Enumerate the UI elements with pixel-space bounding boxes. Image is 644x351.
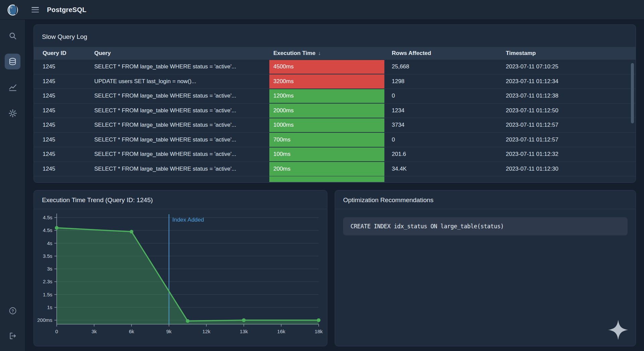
column-header-query-id[interactable]: Query ID: [34, 50, 94, 57]
svg-text:3.5s: 3.5s: [43, 253, 52, 259]
timestamp-cell: 2023-07-11 01:12:50: [506, 107, 636, 114]
execution-time-cell: 1000ms: [269, 118, 392, 133]
recommendations-title: Optimization Recommendations: [335, 190, 636, 209]
query-cell: SELECT * FROM large_table WHERE status =…: [94, 63, 269, 70]
execution-time-cell: 700ms: [269, 132, 392, 147]
execution-time-badge: 1200ms: [269, 89, 384, 103]
execution-time-badge: 1000ms: [269, 118, 384, 132]
execution-time-badge: 2000ms: [269, 104, 384, 118]
execution-time-badge: 700ms: [269, 133, 384, 147]
execution-time-badge: 200ms: [269, 162, 384, 176]
svg-text:12k: 12k: [202, 329, 211, 334]
timestamp-cell: 2023-07-11 01:12:57: [506, 122, 636, 128]
query-id-cell: 1245: [34, 151, 94, 158]
query-id-cell: 1245: [34, 107, 94, 114]
query-cell: SELECT * FROM large_table WHERE status =…: [94, 151, 269, 158]
execution-time-badge: 100ms: [269, 148, 384, 162]
svg-text:200ms: 200ms: [37, 317, 52, 323]
sidebar-item-analytics[interactable]: [5, 79, 20, 95]
table-row[interactable]: 1245SELECT * FROM large_table WHERE stat…: [34, 162, 636, 177]
timestamp-cell: 2023-07-11 01:12:38: [506, 93, 636, 99]
svg-text:18k: 18k: [315, 329, 323, 334]
menu-button[interactable]: [32, 7, 39, 12]
sidebar-item-logout[interactable]: [5, 328, 20, 344]
table-body: 1245SELECT * FROM large_table WHERE stat…: [34, 60, 636, 176]
svg-text:1.5s: 1.5s: [43, 292, 52, 297]
timestamp-cell: 2023-07-11 01:12:30: [506, 166, 636, 172]
svg-text:4s: 4s: [47, 240, 52, 246]
rows-affected-cell: 25,668: [392, 63, 506, 70]
timestamp-cell: 2023-07-11 01:12:34: [506, 78, 636, 85]
query-id-cell: 1245: [34, 136, 94, 143]
sort-descending-icon[interactable]: ↓: [318, 50, 321, 56]
postgresql-logo-icon[interactable]: [6, 3, 19, 16]
execution-time-cell: 200ms: [269, 162, 392, 176]
execution-time-cell: 100ms: [269, 147, 392, 162]
timestamp-cell: 2023-07-11 01:12:32: [506, 151, 636, 158]
query-cell: SELECT * FROM large_table WHERE status =…: [94, 122, 269, 128]
column-header-timestamp[interactable]: Timestamp: [506, 50, 636, 57]
execution-time-cell: 3200ms: [269, 74, 392, 89]
query-cell: SELECT * FROM large_table WHERE status =…: [94, 93, 269, 99]
table-row[interactable]: 1245SELECT * FROM large_table WHERE stat…: [34, 60, 636, 74]
query-id-cell: 1245: [34, 63, 94, 70]
timestamp-cell: 2023-07-11 01:12:57: [506, 136, 636, 143]
column-header-execution-time[interactable]: Execution Time↓: [269, 50, 392, 57]
main-content: Slow Query Log Query ID Query Execution …: [25, 20, 644, 351]
query-id-cell: 1245: [34, 166, 94, 172]
analytics-icon: [8, 83, 17, 92]
table-row[interactable]: 1245SELECT * FROM large_table WHERE stat…: [34, 89, 636, 104]
execution-time-cell: 2000ms: [269, 103, 392, 118]
table-row[interactable]: 1245SELECT * FROM large_table WHERE stat…: [34, 147, 636, 162]
sidebar-item-search[interactable]: [5, 28, 20, 44]
execution-time-cell: 1200ms: [269, 89, 392, 104]
rows-affected-cell: 3734: [392, 122, 506, 128]
recommendation-code: CREATE INDEX idx_status ON large_table(s…: [343, 217, 628, 235]
table-row[interactable]: 1245SELECT * FROM large_table WHERE stat…: [34, 104, 636, 118]
svg-text:4.5s: 4.5s: [43, 215, 52, 220]
svg-text:?: ?: [11, 308, 14, 313]
table-row[interactable]: 1245SELECT * FROM large_table WHERE stat…: [34, 133, 636, 148]
table-row[interactable]: 1245SELECT * FROM large_table WHERE stat…: [34, 118, 636, 133]
execution-time-trend-panel: Execution Time Trend (Query ID: 1245) 4.…: [34, 190, 327, 346]
rows-affected-cell: 0: [392, 93, 506, 99]
rows-affected-cell: 34.4K: [392, 166, 506, 172]
execution-time-badge: 4500ms: [269, 60, 384, 74]
sidebar-item-database[interactable]: [5, 54, 20, 69]
sparkle-icon[interactable]: [607, 319, 629, 341]
table-header: Query ID Query Execution Time↓ Rows Affe…: [34, 47, 636, 60]
query-id-cell: 1245: [34, 78, 94, 85]
slow-query-log-title: Slow Query Log: [34, 25, 636, 47]
svg-text:0: 0: [55, 329, 58, 334]
execution-time-badge: 3200ms: [269, 74, 384, 89]
svg-text:6k: 6k: [129, 329, 134, 334]
database-icon: [8, 57, 17, 66]
table-scrollbar-thumb[interactable]: [631, 63, 634, 123]
svg-text:3s: 3s: [47, 266, 52, 272]
sidebar-item-settings[interactable]: [5, 105, 20, 121]
svg-text:1s: 1s: [47, 304, 52, 310]
column-header-rows-affected[interactable]: Rows Affected: [392, 50, 506, 57]
column-header-query[interactable]: Query: [94, 50, 269, 57]
slow-query-log-panel: Slow Query Log Query ID Query Execution …: [34, 24, 636, 183]
partial-row-execution-time-cell: [269, 176, 384, 182]
trend-chart-title: Execution Time Trend (Query ID: 1245): [34, 190, 327, 209]
timestamp-cell: 2023-07-11 07:10:25: [506, 63, 636, 70]
query-id-cell: 1245: [34, 93, 94, 99]
svg-text:Index Added: Index Added: [172, 217, 204, 223]
rows-affected-cell: 0: [392, 136, 506, 143]
query-cell: SELECT * FROM large_table WHERE status =…: [94, 107, 269, 114]
app-title: PostgreSQL: [47, 6, 87, 14]
rows-affected-cell: 1298: [392, 78, 506, 85]
optimization-recommendations-panel: Optimization Recommendations CREATE INDE…: [335, 190, 636, 346]
query-id-cell: 1245: [34, 122, 94, 128]
column-header-execution-time-label: Execution Time: [273, 50, 315, 56]
table-row[interactable]: 1245UPDATE users SET last_login = now().…: [34, 74, 636, 89]
search-icon: [8, 32, 17, 40]
sidebar-item-help[interactable]: ?: [5, 303, 20, 318]
trend-chart-svg: 4.5s4.5s4s3.5s3s2.3s1.5s1s200ms03k6k9k12…: [34, 209, 327, 343]
execution-time-cell: 4500ms: [269, 60, 392, 74]
query-cell: UPDATE users SET last_login = now()...: [94, 78, 269, 85]
rows-affected-cell: 1234: [392, 107, 506, 114]
svg-text:4.5s: 4.5s: [43, 227, 52, 233]
